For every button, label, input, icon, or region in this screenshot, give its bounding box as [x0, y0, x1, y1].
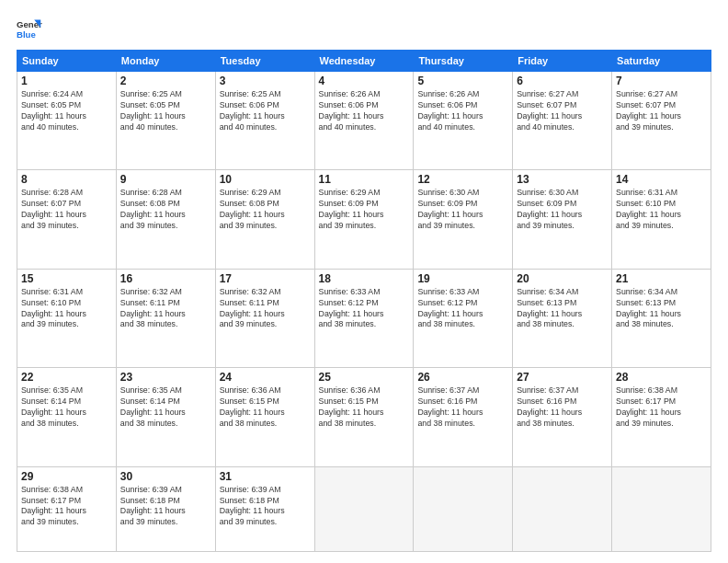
- day-number: 15: [21, 272, 112, 285]
- day-info: Sunrise: 6:33 AM Sunset: 6:12 PM Dayligh…: [319, 287, 410, 331]
- weekday-header-wednesday: Wednesday: [314, 51, 414, 72]
- day-info: Sunrise: 6:27 AM Sunset: 6:07 PM Dayligh…: [616, 89, 707, 133]
- calendar-week-5: 29Sunrise: 6:38 AM Sunset: 6:17 PM Dayli…: [17, 466, 711, 551]
- day-info: Sunrise: 6:34 AM Sunset: 6:13 PM Dayligh…: [517, 287, 608, 331]
- calendar-cell: 12Sunrise: 6:30 AM Sunset: 6:09 PM Dayli…: [414, 170, 513, 269]
- day-info: Sunrise: 6:30 AM Sunset: 6:09 PM Dayligh…: [417, 188, 508, 232]
- calendar-cell: [414, 466, 513, 551]
- day-number: 23: [120, 371, 211, 384]
- day-info: Sunrise: 6:35 AM Sunset: 6:14 PM Dayligh…: [120, 385, 211, 430]
- calendar-week-4: 22Sunrise: 6:35 AM Sunset: 6:14 PM Dayli…: [17, 368, 711, 466]
- calendar-cell: 23Sunrise: 6:35 AM Sunset: 6:14 PM Dayli…: [116, 368, 215, 466]
- day-info: Sunrise: 6:29 AM Sunset: 6:08 PM Dayligh…: [220, 188, 311, 232]
- day-number: 9: [120, 173, 211, 186]
- page: General Blue SundayMondayTuesdayWednesda…: [0, 0, 728, 563]
- day-number: 11: [319, 173, 410, 186]
- weekday-header-tuesday: Tuesday: [215, 51, 314, 72]
- calendar-cell: 13Sunrise: 6:30 AM Sunset: 6:09 PM Dayli…: [513, 170, 612, 269]
- day-info: Sunrise: 6:36 AM Sunset: 6:15 PM Dayligh…: [220, 385, 311, 430]
- weekday-header-row: SundayMondayTuesdayWednesdayThursdayFrid…: [17, 51, 711, 72]
- day-number: 13: [517, 173, 608, 186]
- calendar-cell: 15Sunrise: 6:31 AM Sunset: 6:10 PM Dayli…: [17, 269, 117, 367]
- day-info: Sunrise: 6:28 AM Sunset: 6:08 PM Dayligh…: [120, 188, 211, 232]
- day-number: 5: [417, 75, 508, 87]
- calendar-cell: 10Sunrise: 6:29 AM Sunset: 6:08 PM Dayli…: [215, 170, 314, 269]
- day-number: 20: [517, 272, 608, 285]
- day-info: Sunrise: 6:38 AM Sunset: 6:17 PM Dayligh…: [21, 485, 112, 529]
- day-number: 1: [21, 75, 112, 87]
- day-number: 4: [319, 75, 410, 87]
- day-info: Sunrise: 6:27 AM Sunset: 6:07 PM Dayligh…: [517, 89, 608, 133]
- day-info: Sunrise: 6:30 AM Sunset: 6:09 PM Dayligh…: [517, 188, 608, 232]
- day-info: Sunrise: 6:39 AM Sunset: 6:18 PM Dayligh…: [120, 485, 211, 529]
- calendar-cell: 22Sunrise: 6:35 AM Sunset: 6:14 PM Dayli…: [17, 368, 117, 466]
- day-number: 22: [21, 371, 112, 384]
- day-info: Sunrise: 6:25 AM Sunset: 6:06 PM Dayligh…: [220, 89, 311, 133]
- day-number: 16: [120, 272, 211, 285]
- logo: General Blue: [17, 17, 42, 42]
- header: General Blue: [17, 17, 711, 42]
- calendar-cell: 7Sunrise: 6:27 AM Sunset: 6:07 PM Daylig…: [612, 72, 711, 170]
- calendar-cell: [314, 466, 414, 551]
- calendar-cell: 17Sunrise: 6:32 AM Sunset: 6:11 PM Dayli…: [215, 269, 314, 367]
- calendar-cell: 18Sunrise: 6:33 AM Sunset: 6:12 PM Dayli…: [314, 269, 414, 367]
- weekday-header-friday: Friday: [513, 51, 612, 72]
- day-info: Sunrise: 6:25 AM Sunset: 6:05 PM Dayligh…: [120, 89, 211, 133]
- logo-icon: General Blue: [17, 17, 42, 42]
- calendar-cell: 28Sunrise: 6:38 AM Sunset: 6:17 PM Dayli…: [612, 368, 711, 466]
- weekday-header-sunday: Sunday: [17, 51, 117, 72]
- calendar-cell: 9Sunrise: 6:28 AM Sunset: 6:08 PM Daylig…: [116, 170, 215, 269]
- calendar-cell: 5Sunrise: 6:26 AM Sunset: 6:06 PM Daylig…: [414, 72, 513, 170]
- calendar-cell: 30Sunrise: 6:39 AM Sunset: 6:18 PM Dayli…: [116, 466, 215, 551]
- day-number: 19: [417, 272, 508, 285]
- day-number: 25: [319, 371, 410, 384]
- calendar-cell: 19Sunrise: 6:33 AM Sunset: 6:12 PM Dayli…: [414, 269, 513, 367]
- calendar-cell: 16Sunrise: 6:32 AM Sunset: 6:11 PM Dayli…: [116, 269, 215, 367]
- calendar-cell: 8Sunrise: 6:28 AM Sunset: 6:07 PM Daylig…: [17, 170, 117, 269]
- calendar-cell: [612, 466, 711, 551]
- day-number: 30: [120, 470, 211, 483]
- day-number: 3: [220, 75, 311, 87]
- calendar-cell: 26Sunrise: 6:37 AM Sunset: 6:16 PM Dayli…: [414, 368, 513, 466]
- day-info: Sunrise: 6:34 AM Sunset: 6:13 PM Dayligh…: [616, 287, 707, 331]
- day-number: 21: [616, 272, 707, 285]
- day-number: 27: [517, 371, 608, 384]
- day-number: 24: [220, 371, 311, 384]
- day-info: Sunrise: 6:26 AM Sunset: 6:06 PM Dayligh…: [319, 89, 410, 133]
- day-info: Sunrise: 6:32 AM Sunset: 6:11 PM Dayligh…: [220, 287, 311, 331]
- day-number: 28: [616, 371, 707, 384]
- calendar-cell: 21Sunrise: 6:34 AM Sunset: 6:13 PM Dayli…: [612, 269, 711, 367]
- day-info: Sunrise: 6:37 AM Sunset: 6:16 PM Dayligh…: [517, 385, 608, 430]
- calendar-cell: 24Sunrise: 6:36 AM Sunset: 6:15 PM Dayli…: [215, 368, 314, 466]
- calendar-cell: 29Sunrise: 6:38 AM Sunset: 6:17 PM Dayli…: [17, 466, 117, 551]
- calendar-week-1: 1Sunrise: 6:24 AM Sunset: 6:05 PM Daylig…: [17, 72, 711, 170]
- day-number: 31: [220, 470, 311, 483]
- day-number: 17: [220, 272, 311, 285]
- day-number: 14: [616, 173, 707, 186]
- day-info: Sunrise: 6:28 AM Sunset: 6:07 PM Dayligh…: [21, 188, 112, 232]
- calendar-cell: 6Sunrise: 6:27 AM Sunset: 6:07 PM Daylig…: [513, 72, 612, 170]
- calendar-cell: 20Sunrise: 6:34 AM Sunset: 6:13 PM Dayli…: [513, 269, 612, 367]
- calendar-table: SundayMondayTuesdayWednesdayThursdayFrid…: [17, 50, 711, 552]
- day-number: 29: [21, 470, 112, 483]
- day-info: Sunrise: 6:36 AM Sunset: 6:15 PM Dayligh…: [319, 385, 410, 430]
- calendar-cell: [513, 466, 612, 551]
- day-number: 6: [517, 75, 608, 87]
- calendar-cell: 31Sunrise: 6:39 AM Sunset: 6:18 PM Dayli…: [215, 466, 314, 551]
- day-info: Sunrise: 6:31 AM Sunset: 6:10 PM Dayligh…: [616, 188, 707, 232]
- calendar-cell: 27Sunrise: 6:37 AM Sunset: 6:16 PM Dayli…: [513, 368, 612, 466]
- day-number: 7: [616, 75, 707, 87]
- day-info: Sunrise: 6:31 AM Sunset: 6:10 PM Dayligh…: [21, 287, 112, 331]
- day-info: Sunrise: 6:26 AM Sunset: 6:06 PM Dayligh…: [417, 89, 508, 133]
- calendar-cell: 11Sunrise: 6:29 AM Sunset: 6:09 PM Dayli…: [314, 170, 414, 269]
- day-info: Sunrise: 6:24 AM Sunset: 6:05 PM Dayligh…: [21, 89, 112, 133]
- day-info: Sunrise: 6:33 AM Sunset: 6:12 PM Dayligh…: [417, 287, 508, 331]
- weekday-header-thursday: Thursday: [414, 51, 513, 72]
- day-number: 26: [417, 371, 508, 384]
- day-info: Sunrise: 6:37 AM Sunset: 6:16 PM Dayligh…: [417, 385, 508, 430]
- svg-text:Blue: Blue: [17, 29, 36, 40]
- calendar-cell: 3Sunrise: 6:25 AM Sunset: 6:06 PM Daylig…: [215, 72, 314, 170]
- day-info: Sunrise: 6:32 AM Sunset: 6:11 PM Dayligh…: [120, 287, 211, 331]
- calendar-week-2: 8Sunrise: 6:28 AM Sunset: 6:07 PM Daylig…: [17, 170, 711, 269]
- calendar-cell: 25Sunrise: 6:36 AM Sunset: 6:15 PM Dayli…: [314, 368, 414, 466]
